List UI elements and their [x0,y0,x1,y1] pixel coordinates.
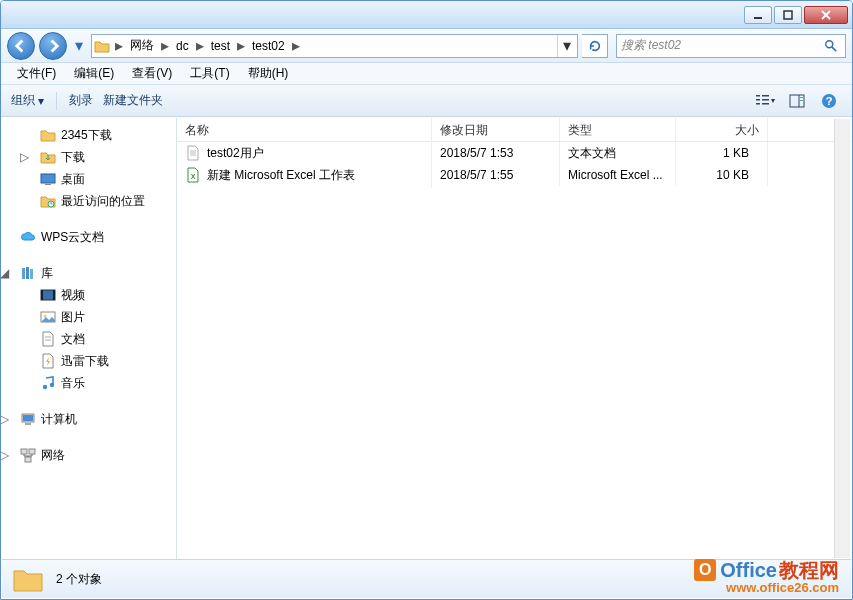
network-icon [20,447,36,463]
file-name: 新建 Microsoft Excel 工作表 [207,167,355,184]
tree-item-label: 下载 [61,149,85,166]
watermark-logo-icon: O [694,559,716,581]
address-dropdown[interactable]: ▾ [557,35,575,57]
chevron-right-icon[interactable]: ▸ [193,36,207,55]
tree-item[interactable]: ▷网络 [2,444,176,466]
navigation-tree[interactable]: 2345下载▷下载桌面最近访问的位置WPS云文档◢库视频图片文档迅雷下载音乐▷计… [2,118,177,559]
file-date: 2018/5/7 1:53 [432,142,560,164]
svg-text:X: X [191,173,196,180]
file-list: 名称 修改日期 类型 大小 test02用户2018/5/7 1:53文本文档1… [177,118,851,559]
expand-icon[interactable]: ▷ [2,412,14,426]
svg-rect-11 [762,103,769,105]
library-icon [20,265,36,281]
column-date[interactable]: 修改日期 [432,118,560,141]
tree-item[interactable]: 文档 [2,328,176,350]
svg-rect-19 [45,184,51,185]
tree-item-label: 库 [41,265,53,282]
column-headers: 名称 修改日期 类型 大小 [177,118,851,142]
forward-button[interactable] [39,32,67,60]
svg-rect-15 [800,100,803,101]
organize-button[interactable]: 组织 ▾ [11,92,44,109]
cloud-icon [20,229,36,245]
tree-item[interactable]: 音乐 [2,372,176,394]
status-count: 2 个对象 [56,571,102,588]
address-bar[interactable]: ▸ 网络 ▸ dc ▸ test ▸ test02 ▸ ▾ [91,34,578,58]
scrollbar[interactable] [834,119,850,558]
refresh-button[interactable] [582,34,608,58]
svg-rect-6 [756,95,760,97]
document-icon [40,331,56,347]
search-icon[interactable] [821,39,841,53]
tree-item[interactable]: ▷计算机 [2,408,176,430]
menu-help[interactable]: 帮助(H) [240,63,297,84]
chevron-right-icon[interactable]: ▸ [158,36,172,55]
tree-item[interactable]: 迅雷下载 [2,350,176,372]
svg-rect-24 [41,290,55,300]
tree-item-label: 计算机 [41,411,77,428]
breadcrumb-item[interactable]: dc [172,35,193,57]
tree-item[interactable]: WPS云文档 [2,226,176,248]
breadcrumb-item[interactable]: 网络 [126,35,158,57]
expand-icon[interactable]: ▷ [2,448,14,462]
expand-icon[interactable]: ◢ [2,266,14,280]
chevron-right-icon[interactable]: ▸ [289,36,303,55]
tree-item-label: 桌面 [61,171,85,188]
file-row[interactable]: X新建 Microsoft Excel 工作表2018/5/7 1:55Micr… [177,164,851,186]
svg-rect-14 [800,97,803,98]
file-name: test02用户 [207,145,264,162]
video-icon [40,287,56,303]
svg-text:?: ? [826,95,833,107]
expand-icon[interactable]: ▷ [20,150,34,164]
tree-item-label: 文档 [61,331,85,348]
menu-tools[interactable]: 工具(T) [182,63,237,84]
tree-item[interactable]: 图片 [2,306,176,328]
preview-pane-button[interactable] [784,89,810,113]
svg-rect-38 [25,457,31,462]
menu-edit[interactable]: 编辑(E) [66,63,122,84]
file-type: 文本文档 [560,141,676,166]
breadcrumb-item[interactable]: test02 [248,35,289,57]
help-button[interactable]: ? [816,89,842,113]
svg-rect-7 [756,99,760,101]
column-size[interactable]: 大小 [676,118,768,141]
computer-icon [20,411,36,427]
menu-file[interactable]: 文件(F) [9,63,64,84]
nav-bar: ▾ ▸ 网络 ▸ dc ▸ test ▸ test02 ▸ ▾ 搜索 test0… [1,29,852,63]
column-name[interactable]: 名称 [177,118,432,141]
tree-item-label: 网络 [41,447,65,464]
menu-view[interactable]: 查看(V) [124,63,180,84]
tree-item-label: 图片 [61,309,85,326]
file-size: 1 KB [676,142,768,164]
new-folder-button[interactable]: 新建文件夹 [103,92,163,109]
folder-icon [40,127,56,143]
tree-item-label: 最近访问的位置 [61,193,145,210]
toolbar: 组织 ▾ 刻录 新建文件夹 ▾ ? [1,85,852,117]
tree-item-label: WPS云文档 [41,229,104,246]
back-button[interactable] [7,32,35,60]
tree-item[interactable]: ◢库 [2,262,176,284]
tree-item[interactable]: 2345下载 [2,124,176,146]
svg-rect-21 [22,268,25,279]
svg-point-28 [44,315,47,318]
tree-item[interactable]: 最近访问的位置 [2,190,176,212]
view-options-button[interactable]: ▾ [752,89,778,113]
chevron-right-icon[interactable]: ▸ [234,36,248,55]
column-type[interactable]: 类型 [560,118,676,141]
menu-bar: 文件(F) 编辑(E) 查看(V) 工具(T) 帮助(H) [1,63,852,85]
search-placeholder: 搜索 test02 [621,37,821,54]
chevron-right-icon[interactable]: ▸ [112,36,126,55]
tree-item-label: 迅雷下载 [61,353,109,370]
nav-history-dropdown[interactable]: ▾ [71,35,87,57]
minimize-button[interactable] [744,6,772,24]
close-button[interactable] [804,6,848,24]
breadcrumb-item[interactable]: test [207,35,234,57]
file-row[interactable]: test02用户2018/5/7 1:53文本文档1 KB [177,142,851,164]
search-input[interactable]: 搜索 test02 [616,34,846,58]
watermark: O Office教程网 www.office26.com [694,559,839,594]
burn-button[interactable]: 刻录 [69,92,93,109]
tree-item[interactable]: ▷下载 [2,146,176,168]
tree-item[interactable]: 桌面 [2,168,176,190]
tree-item-label: 视频 [61,287,85,304]
tree-item[interactable]: 视频 [2,284,176,306]
maximize-button[interactable] [774,6,802,24]
